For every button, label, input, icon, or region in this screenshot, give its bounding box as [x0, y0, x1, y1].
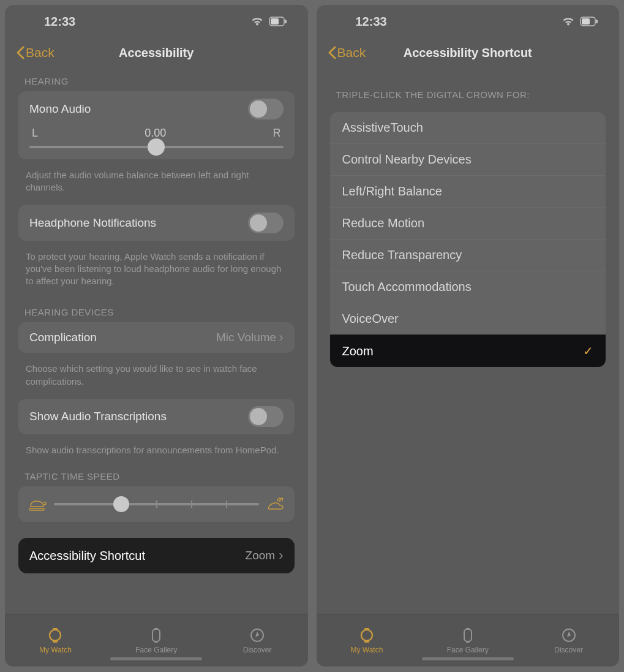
shortcut-option-label: Reduce Transparency — [342, 248, 462, 262]
balance-slider-thumb[interactable] — [148, 138, 165, 156]
tab-discover[interactable]: Discover — [518, 614, 619, 666]
home-indicator — [422, 657, 514, 660]
compass-icon — [561, 627, 577, 643]
shortcut-option-label: VoiceOver — [342, 312, 399, 326]
tab-my-watch[interactable]: My Watch — [317, 614, 418, 666]
chevron-left-icon — [16, 46, 24, 59]
chevron-right-icon: › — [279, 548, 283, 564]
balance-left-label: L — [32, 127, 38, 140]
battery-icon — [269, 17, 287, 26]
hare-icon — [266, 497, 285, 511]
balance-right-label: R — [273, 127, 281, 140]
svg-rect-17 — [466, 628, 470, 629]
svg-rect-15 — [364, 641, 369, 643]
complication-row[interactable]: Complication Mic Volume › — [18, 322, 295, 353]
show-audio-transcriptions-row: Show Audio Transcriptions — [18, 399, 295, 434]
transcriptions-group: Show Audio Transcriptions — [18, 399, 295, 434]
tortoise-icon — [28, 497, 47, 511]
svg-rect-18 — [466, 641, 470, 643]
headphone-group: Headphone Notifications — [18, 205, 295, 241]
transcriptions-label: Show Audio Transcriptions — [29, 410, 167, 423]
tab-discover-label: Discover — [554, 646, 583, 654]
status-icons — [562, 16, 598, 27]
complication-label: Complication — [29, 331, 97, 344]
back-label: Back — [337, 45, 366, 60]
shortcut-option[interactable]: Control Nearby Devices — [330, 143, 606, 175]
chevron-left-icon — [328, 46, 336, 59]
shortcut-option-label: Touch Accommodations — [342, 280, 472, 294]
complication-group: Complication Mic Volume › — [18, 322, 295, 353]
svg-rect-11 — [582, 18, 590, 25]
hearing-header: HEARING — [18, 67, 295, 91]
taptic-slider-thumb[interactable] — [113, 496, 129, 512]
shortcut-label: Accessibility Shortcut — [29, 549, 145, 563]
status-bar: 12:33 — [317, 5, 620, 38]
compass-icon — [249, 627, 265, 643]
headphone-caption: To protect your hearing, Apple Watch sen… — [18, 246, 295, 299]
svg-rect-5 — [53, 641, 58, 643]
back-button[interactable]: Back — [328, 45, 366, 60]
shortcut-option-label: Reduce Motion — [342, 216, 425, 230]
taptic-slider[interactable] — [54, 503, 259, 505]
shortcut-option[interactable]: VoiceOver — [330, 303, 606, 334]
shortcut-option-label: Zoom — [342, 344, 374, 358]
status-time: 12:33 — [44, 15, 75, 29]
svg-point-3 — [50, 630, 61, 641]
mono-audio-group: Mono Audio L 0.00 R — [18, 91, 295, 159]
face-gallery-icon — [148, 627, 164, 643]
watch-icon — [359, 627, 375, 643]
shortcut-option[interactable]: Left/Right Balance — [330, 175, 606, 207]
shortcut-option[interactable]: Zoom✓ — [330, 334, 606, 367]
svg-rect-14 — [364, 628, 369, 630]
shortcut-option-label: AssistiveTouch — [342, 121, 423, 135]
content: HEARING Mono Audio L 0.00 R Adjust the a… — [5, 67, 308, 614]
tab-discover[interactable]: Discover — [207, 614, 308, 666]
status-icons — [250, 16, 287, 27]
home-indicator — [110, 657, 202, 660]
watch-icon — [47, 627, 63, 643]
svg-rect-8 — [154, 641, 158, 643]
headphone-notifications-toggle[interactable] — [248, 213, 284, 233]
headphone-notifications-label: Headphone Notifications — [29, 216, 156, 230]
shortcut-option-label: Control Nearby Devices — [342, 153, 472, 167]
svg-rect-2 — [285, 20, 287, 23]
transcriptions-caption: Show audio transcriptions for announceme… — [18, 439, 295, 467]
hearing-devices-header: HEARING DEVICES — [18, 298, 295, 322]
shortcut-option[interactable]: AssistiveTouch — [330, 112, 606, 143]
shortcut-list: AssistiveTouchControl Nearby DevicesLeft… — [330, 112, 606, 367]
mono-audio-toggle[interactable] — [248, 99, 284, 119]
content: TRIPLE-CLICK THE DIGITAL CROWN FOR: Assi… — [317, 67, 620, 614]
status-bar: 12:33 — [5, 5, 308, 38]
taptic-header: TAPTIC TIME SPEED — [18, 467, 295, 486]
check-icon: ✓ — [583, 344, 593, 358]
shortcut-value: Zoom — [246, 549, 276, 562]
balance-value: 0.00 — [145, 127, 166, 140]
mono-audio-row: Mono Audio — [18, 91, 295, 127]
svg-rect-6 — [152, 629, 160, 641]
tab-discover-label: Discover — [243, 646, 272, 654]
shortcut-option[interactable]: Touch Accommodations — [330, 271, 606, 303]
headphone-notifications-row: Headphone Notifications — [18, 205, 295, 241]
shortcut-option[interactable]: Reduce Transparency — [330, 239, 606, 271]
svg-rect-16 — [464, 629, 472, 641]
tab-my-watch-label: My Watch — [350, 646, 383, 654]
back-button[interactable]: Back — [16, 45, 55, 60]
svg-rect-12 — [596, 20, 598, 23]
shortcut-list-header: TRIPLE-CLICK THE DIGITAL CROWN FOR: — [330, 67, 606, 105]
balance-caption: Adjust the audio volume balance between … — [18, 164, 295, 205]
chevron-right-icon: › — [279, 330, 283, 345]
battery-icon — [580, 17, 598, 26]
phone-accessibility: 12:33 Back Accessibility HEARING Mono Au… — [5, 5, 308, 666]
shortcut-option-label: Left/Right Balance — [342, 184, 442, 198]
tab-face-gallery-label: Face Gallery — [135, 646, 177, 654]
accessibility-shortcut-row[interactable]: Accessibility Shortcut Zoom › — [18, 538, 295, 573]
tab-face-gallery-label: Face Gallery — [447, 646, 489, 654]
mono-audio-label: Mono Audio — [29, 102, 91, 116]
tab-my-watch[interactable]: My Watch — [5, 614, 106, 666]
transcriptions-toggle[interactable] — [248, 406, 284, 427]
wifi-icon — [250, 16, 264, 27]
tab-bar: My Watch Face Gallery Discover — [317, 614, 620, 666]
shortcut-option[interactable]: Reduce Motion — [330, 207, 606, 239]
balance-slider[interactable] — [29, 146, 284, 148]
wifi-icon — [562, 16, 575, 27]
